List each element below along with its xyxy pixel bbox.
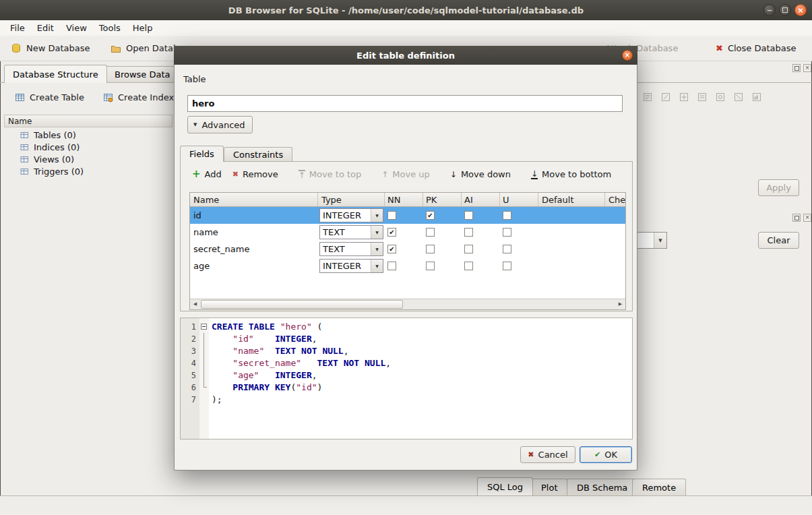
maximize-button[interactable] [779, 4, 791, 16]
fold-collapse-icon[interactable] [201, 324, 207, 330]
dock-float-button[interactable] [792, 64, 801, 72]
dialog-close-button[interactable]: × [622, 50, 633, 61]
remove-field-button[interactable]: ✖ Remove [227, 166, 284, 182]
tab-constraints[interactable]: Constraints [224, 147, 292, 162]
menu-edit[interactable]: Edit [31, 20, 60, 36]
create-table-button[interactable]: Create Table [9, 88, 90, 106]
field-type-combo[interactable]: TEXT▼ [319, 225, 383, 239]
default-cell[interactable] [538, 241, 605, 258]
field-name-cell[interactable]: id [190, 207, 318, 224]
move-to-bottom-button[interactable]: ↓ Move to bottom [526, 166, 617, 182]
minimize-button[interactable]: − [763, 4, 776, 16]
field-type-combo[interactable]: INTEGER▼ [319, 259, 383, 273]
cell-editor-toolbar-icon[interactable] [732, 91, 745, 103]
column-header-ai[interactable]: AI [462, 193, 500, 206]
combo-dropdown-button[interactable]: ▼ [371, 226, 383, 239]
tab-fields[interactable]: Fields [180, 146, 224, 162]
column-header-nn[interactable]: NN [385, 193, 423, 206]
tree-item-tables[interactable]: Tables (0) [4, 129, 173, 141]
field-row[interactable]: ageINTEGER▼ [190, 258, 625, 274]
column-header-type[interactable]: Type [318, 193, 385, 206]
pk-checkbox[interactable]: ✔ [426, 211, 435, 220]
field-name-cell[interactable]: secret_name [190, 241, 318, 258]
column-header-pk[interactable]: PK [423, 193, 462, 206]
cell-editor-toolbar-icon[interactable] [678, 91, 690, 103]
dock-close-button[interactable]: × [803, 64, 811, 72]
default-cell[interactable] [538, 224, 605, 241]
close-window-button[interactable]: × [794, 4, 807, 16]
tab-sql-log[interactable]: SQL Log [477, 477, 533, 495]
pk-checkbox[interactable] [426, 245, 435, 253]
check-cell[interactable] [605, 258, 626, 274]
pk-checkbox[interactable] [426, 262, 435, 270]
ai-checkbox[interactable] [464, 245, 473, 253]
nn-checkbox[interactable]: ✔ [387, 228, 396, 237]
dock-close-button[interactable]: × [803, 214, 811, 222]
scrollbar-thumb[interactable] [201, 300, 403, 309]
apply-button[interactable]: Apply [758, 179, 799, 196]
move-up-button[interactable]: ↑ Move up [376, 166, 435, 182]
field-type-combo[interactable]: INTEGER▼ [319, 208, 383, 222]
scroll-right-button[interactable]: ▶ [615, 299, 625, 309]
cell-editor-toolbar-icon[interactable] [660, 91, 672, 103]
field-name-cell[interactable]: age [190, 258, 318, 274]
tab-database-structure[interactable]: Database Structure [4, 65, 107, 83]
clear-button[interactable]: Clear [758, 232, 799, 249]
column-header-name[interactable]: Name [190, 193, 318, 206]
combo-dropdown-button[interactable]: ▼ [371, 209, 383, 222]
tree-item-indices[interactable]: Indices (0) [4, 141, 173, 153]
field-type-combo[interactable]: TEXT▼ [319, 242, 383, 256]
field-row[interactable]: idINTEGER▼✔ [190, 207, 625, 224]
combo-dropdown-button[interactable]: ▼ [654, 233, 666, 248]
tab-browse-data[interactable]: Browse Data [106, 66, 179, 82]
tab-plot[interactable]: Plot [531, 479, 568, 495]
field-row[interactable]: nameTEXT▼✔ [190, 224, 625, 241]
check-cell[interactable] [605, 207, 626, 224]
tab-db-schema[interactable]: DB Schema [567, 479, 637, 495]
horizontal-scrollbar[interactable]: ◀ ▶ [190, 299, 625, 309]
close-database-button[interactable]: ✖ Close Database [712, 39, 800, 57]
u-checkbox[interactable] [503, 211, 511, 220]
ok-button[interactable]: ✔ OK [580, 446, 632, 463]
tree-item-triggers[interactable]: Triggers (0) [4, 165, 173, 177]
cancel-button[interactable]: ✖ Cancel [520, 446, 575, 463]
nn-checkbox[interactable] [387, 262, 396, 270]
table-name-input[interactable] [187, 95, 623, 112]
ai-checkbox[interactable] [464, 262, 473, 270]
move-to-top-button[interactable]: ↑ Move to top [293, 166, 367, 182]
column-header-check[interactable]: Check [605, 193, 626, 206]
field-row[interactable]: secret_nameTEXT▼✔ [190, 241, 625, 258]
column-header-u[interactable]: U [500, 193, 538, 206]
menu-tools[interactable]: Tools [93, 20, 127, 36]
scroll-left-button[interactable]: ◀ [190, 299, 200, 309]
default-cell[interactable] [538, 207, 605, 224]
ai-checkbox[interactable] [464, 211, 473, 220]
add-field-button[interactable]: + Add [187, 166, 227, 182]
menu-file[interactable]: File [4, 20, 31, 36]
move-down-button[interactable]: ↓ Move down [445, 166, 516, 182]
combo-dropdown-button[interactable]: ▼ [371, 260, 383, 272]
ai-checkbox[interactable] [464, 228, 473, 237]
cell-editor-toolbar-icon[interactable] [696, 91, 708, 103]
nn-checkbox[interactable]: ✔ [387, 245, 396, 253]
check-cell[interactable] [605, 241, 626, 258]
menu-view[interactable]: View [60, 20, 93, 36]
cell-editor-toolbar-icon[interactable] [751, 91, 763, 103]
new-database-button[interactable]: New Database [7, 39, 94, 57]
pk-checkbox[interactable] [426, 228, 435, 237]
nn-checkbox[interactable] [387, 211, 396, 220]
create-index-button[interactable]: Create Index [98, 88, 179, 106]
dock-float-button[interactable] [792, 214, 801, 222]
tab-remote[interactable]: Remote [632, 479, 686, 495]
u-checkbox[interactable] [503, 228, 511, 237]
tree-item-views[interactable]: Views (0) [4, 153, 173, 165]
cell-editor-toolbar-icon[interactable] [642, 91, 654, 103]
combo-dropdown-button[interactable]: ▼ [371, 243, 383, 255]
u-checkbox[interactable] [503, 262, 511, 270]
default-cell[interactable] [538, 258, 605, 274]
column-header-default[interactable]: Default [538, 193, 605, 206]
menu-help[interactable]: Help [127, 20, 159, 36]
tree-column-header[interactable]: Name [4, 115, 173, 127]
field-name-cell[interactable]: name [190, 224, 318, 241]
advanced-button[interactable]: ▼ Advanced [187, 116, 253, 133]
